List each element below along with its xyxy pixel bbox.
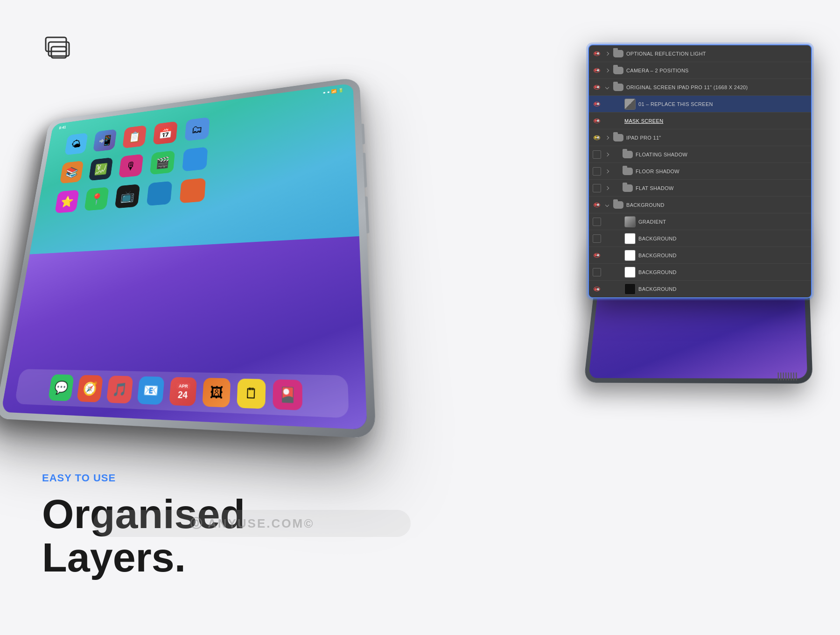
layer-row[interactable]: BACKGROUND — [589, 247, 811, 264]
layer-row[interactable]: GRADIENT — [589, 213, 811, 230]
layer-row[interactable]: BACKGROUND — [589, 230, 811, 247]
layer-label: FLOATING SHADOW — [636, 152, 807, 157]
layer-label: BACKGROUND — [638, 253, 807, 258]
ipad-screen: 9:41 ● ● 📶 🔋 🌤 📲 📋 📅 🗂 📚 💹 🎙 🎬 ⭐ — [1, 83, 367, 430]
visibility-checkbox[interactable] — [593, 150, 601, 159]
visibility-icon[interactable] — [593, 67, 601, 74]
layer-row[interactable]: OPTIONAL REFLECTION LIGHT — [589, 45, 811, 62]
layer-label: FLOOR SHADOW — [636, 169, 807, 174]
layer-row[interactable]: MASK SCREEN — [589, 113, 811, 129]
visibility-icon[interactable] — [593, 101, 601, 107]
visibility-icon[interactable] — [593, 286, 601, 292]
easy-to-use-label: EASY TO USE — [42, 472, 245, 484]
ipad-body: 9:41 ● ● 📶 🔋 🌤 📲 📋 📅 🗂 📚 💹 🎙 🎬 ⭐ — [0, 57, 455, 469]
layer-label: BACKGROUND — [638, 269, 807, 275]
layer-label: MASK SCREEN — [624, 118, 807, 124]
layer-row[interactable]: FLAT SHADOW — [589, 180, 811, 197]
visibility-icon[interactable] — [593, 50, 601, 57]
layer-row[interactable]: IPAD PRO 11" — [589, 129, 811, 146]
layers-panel: OPTIONAL REFLECTION LIGHT CAMERA – 2 POS… — [588, 44, 812, 298]
layer-label: OPTIONAL REFLECTION LIGHT — [626, 51, 807, 56]
layer-label: CAMERA – 2 POSITIONS — [626, 68, 807, 73]
visibility-checkbox[interactable] — [593, 218, 601, 226]
layer-label: BACKGROUND — [638, 286, 807, 292]
layer-row[interactable]: BACKGROUND — [589, 197, 811, 213]
visibility-icon[interactable] — [593, 252, 601, 259]
visibility-checkbox[interactable] — [593, 184, 601, 192]
layer-thumb — [624, 250, 636, 261]
layer-thumb — [624, 267, 636, 278]
layer-thumb — [624, 216, 636, 227]
watermark: ⓪ ANYUSE.COM© — [93, 510, 411, 537]
visibility-icon[interactable] — [593, 202, 601, 208]
visibility-checkbox[interactable] — [593, 167, 601, 176]
watermark-text: ⓪ ANYUSE.COM© — [190, 515, 315, 532]
visibility-checkbox[interactable] — [593, 234, 601, 243]
layer-label: BACKGROUND — [638, 236, 807, 241]
layer-label: GRADIENT — [638, 219, 807, 225]
ipad-frame: 9:41 ● ● 📶 🔋 🌤 📲 📋 📅 🗂 📚 💹 🎙 🎬 ⭐ — [0, 77, 376, 439]
layer-label: FLAT SHADOW — [636, 185, 807, 191]
visibility-icon[interactable] — [593, 118, 601, 124]
layer-row[interactable]: BACKGROUND — [589, 264, 811, 281]
layer-label: BACKGROUND — [626, 202, 807, 208]
layer-label: 01 – REPLACE THIS SCREEN — [638, 101, 807, 107]
layer-row[interactable]: BACKGROUND — [589, 281, 811, 297]
layer-thumb — [624, 99, 636, 110]
visibility-icon[interactable] — [593, 84, 601, 91]
layer-row[interactable]: CAMERA – 2 POSITIONS — [589, 62, 811, 79]
layer-label: IPAD PRO 11" — [626, 135, 807, 141]
ipad-mockup: 9:41 ● ● 📶 🔋 🌤 📲 📋 📅 🗂 📚 💹 🎙 🎬 ⭐ — [0, 56, 485, 476]
layer-thumb — [624, 233, 636, 244]
layer-row[interactable]: ORIGINAL SCREEN IPAD PRO 11" (1668 X 242… — [589, 79, 811, 96]
layer-thumb — [624, 283, 636, 295]
layer-row[interactable]: FLOOR SHADOW — [589, 163, 811, 180]
folder-icon — [613, 50, 623, 57]
layer-row[interactable]: FLOATING SHADOW — [589, 146, 811, 163]
visibility-icon[interactable] — [593, 134, 601, 141]
visibility-checkbox[interactable] — [593, 268, 601, 276]
layer-label: ORIGINAL SCREEN IPAD PRO 11" (1668 X 242… — [626, 85, 807, 90]
layer-row[interactable]: 01 – REPLACE THIS SCREEN — [589, 96, 811, 113]
